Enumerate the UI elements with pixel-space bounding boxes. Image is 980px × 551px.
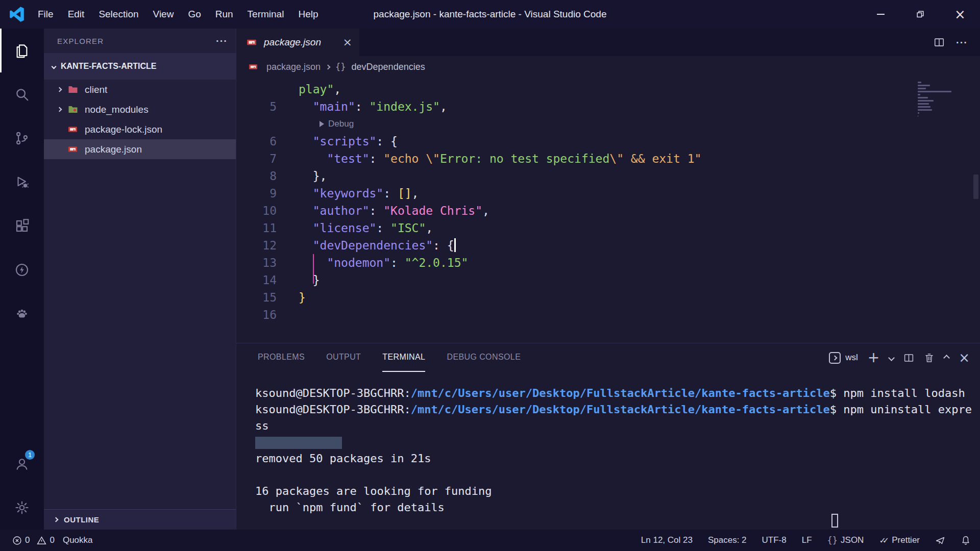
code-text[interactable]: "test": "echo \"Error: no test specified… [277, 150, 701, 167]
split-terminal-icon[interactable] [903, 353, 914, 363]
code-text[interactable]: play", [277, 81, 341, 98]
activity-search[interactable] [0, 72, 44, 116]
explorer-item-package-json[interactable]: package.json [44, 139, 236, 159]
indentation-status[interactable]: Spaces: 2 [708, 535, 747, 545]
run-debug-icon [14, 174, 30, 190]
terminal-dropdown-icon[interactable] [888, 355, 895, 361]
explorer-header: EXPLORER ··· [44, 29, 236, 53]
editor-scrollbar[interactable] [973, 174, 978, 199]
bottom-panel: PROBLEMSOUTPUTTERMINALDEBUG CONSOLE wsl … [236, 343, 980, 530]
menu-run[interactable]: Run [208, 0, 240, 29]
code-line: 15} [236, 289, 980, 306]
explorer-more-actions-icon[interactable]: ··· [216, 35, 228, 47]
language-status[interactable]: {} JSON [827, 535, 864, 545]
editor-more-actions-icon[interactable]: ··· [956, 37, 968, 48]
line-number: 15 [236, 289, 277, 306]
activity-settings[interactable] [0, 486, 44, 530]
tab-package-json[interactable]: package.json × [236, 29, 359, 56]
restore-icon [915, 9, 925, 19]
encoding-status[interactable]: UTF-8 [762, 535, 787, 545]
line-number: 12 [236, 237, 277, 254]
activity-quokka[interactable] [0, 248, 44, 292]
code-text[interactable]: "scripts": { [277, 133, 398, 150]
lightning-circle-icon [14, 262, 30, 278]
menu-file[interactable]: File [31, 0, 61, 29]
activity-code-tools[interactable] [0, 292, 44, 336]
line-number [236, 81, 277, 98]
minimize-button[interactable] [861, 0, 900, 29]
code-text[interactable]: "keywords": [], [277, 185, 419, 202]
notifications-bell-icon[interactable] [961, 535, 971, 545]
vscode-window: FileEditSelectionViewGoRunTerminalHelp p… [0, 0, 980, 551]
maximize-panel-icon[interactable] [943, 355, 950, 361]
code-text[interactable]: }, [277, 167, 327, 185]
outline-section[interactable]: OUTLINE [44, 509, 236, 530]
npm-file-icon [68, 124, 80, 134]
code-line: 8 }, [236, 167, 980, 185]
menu-terminal[interactable]: Terminal [240, 0, 291, 29]
terminal-line [255, 467, 980, 483]
code-text[interactable]: "nodemon": "^2.0.15" [277, 254, 468, 271]
panel-tab-problems[interactable]: PROBLEMS [258, 343, 305, 372]
code-editor[interactable]: play",5 "main": "index.js",Debug6 "scrip… [236, 78, 980, 343]
code-line: 13 "nodemon": "^2.0.15" [236, 254, 980, 271]
activity-explorer[interactable] [0, 29, 44, 72]
terminal-line: 16 packages are looking for funding [255, 483, 980, 499]
terminal-profile[interactable]: wsl [829, 352, 858, 364]
activity-extensions[interactable] [0, 204, 44, 248]
explorer-icon [14, 43, 30, 58]
quokka-status[interactable]: Quokka [63, 535, 93, 545]
line-number: 13 [236, 254, 277, 271]
menu-selection[interactable]: Selection [91, 0, 145, 29]
breadcrumb-file[interactable]: package.json [266, 62, 321, 72]
code-text[interactable] [277, 306, 299, 323]
code-text[interactable]: "license": "ISC", [277, 219, 433, 237]
terminal-profile-icon [829, 352, 841, 364]
project-section-label: KANTE-FACTS-ARTICLE [61, 62, 157, 71]
eol-status[interactable]: LF [802, 535, 812, 545]
panel-tab-output[interactable]: OUTPUT [326, 343, 361, 372]
code-text[interactable]: "author": "Kolade Chris", [277, 202, 489, 219]
extensions-icon [14, 218, 30, 234]
code-line: 7 "test": "echo \"Error: no test specifi… [236, 150, 980, 167]
codelens-debug[interactable]: Debug [320, 115, 980, 133]
menu-view[interactable]: View [146, 0, 181, 29]
formatter-status[interactable]: ✓✓ Prettier [879, 535, 920, 545]
editor-tab-bar: package.json × ··· [236, 29, 980, 56]
menu-go[interactable]: Go [181, 0, 208, 29]
activity-source-control[interactable] [0, 116, 44, 160]
tab-close-icon[interactable]: × [343, 37, 352, 48]
new-terminal-icon[interactable]: + [868, 350, 879, 365]
explorer-item-node-modules[interactable]: node_modules [44, 99, 236, 119]
close-button[interactable]: × [940, 0, 980, 29]
feedback-icon[interactable] [935, 535, 945, 545]
restore-button[interactable] [900, 0, 940, 29]
terminal[interactable]: ksound@DESKTOP-3BGCHRR:/mnt/c/Users/user… [236, 372, 980, 530]
kill-terminal-icon[interactable] [924, 353, 935, 363]
problems-status[interactable]: 0 0 [12, 535, 55, 545]
code-line: 16 [236, 306, 980, 323]
line-number: 7 [236, 150, 277, 167]
explorer-item-client[interactable]: client [44, 80, 236, 99]
activity-accounts[interactable]: 1 [0, 442, 44, 486]
code-text[interactable]: "devDependencies": { [277, 237, 456, 254]
code-text[interactable]: } [277, 289, 306, 306]
minimap[interactable] [918, 82, 969, 121]
code-line: 9 "keywords": [], [236, 185, 980, 202]
cursor-position-status[interactable]: Ln 12, Col 23 [641, 535, 693, 545]
menu-help[interactable]: Help [291, 0, 325, 29]
formatter-label: Prettier [892, 535, 920, 545]
file-label: package.json [85, 144, 142, 155]
panel-tab-terminal[interactable]: TERMINAL [382, 343, 425, 372]
panel-tab-debug-console[interactable]: DEBUG CONSOLE [447, 343, 521, 372]
activity-run-and-debug[interactable] [0, 160, 44, 204]
split-editor-icon[interactable] [934, 37, 945, 48]
close-panel-icon[interactable]: × [959, 351, 970, 364]
breadcrumb-symbol[interactable]: devDependencies [352, 62, 425, 72]
explorer-item-package-lock-json[interactable]: package-lock.json [44, 119, 236, 139]
menu-edit[interactable]: Edit [61, 0, 92, 29]
project-section-header[interactable]: KANTE-FACTS-ARTICLE [44, 53, 236, 80]
code-text[interactable]: "main": "index.js", [277, 98, 447, 115]
warning-count: 0 [50, 535, 54, 545]
status-bar: 0 0 Quokka Ln 12, Col 23 Spaces: 2 UTF-8… [0, 530, 980, 551]
